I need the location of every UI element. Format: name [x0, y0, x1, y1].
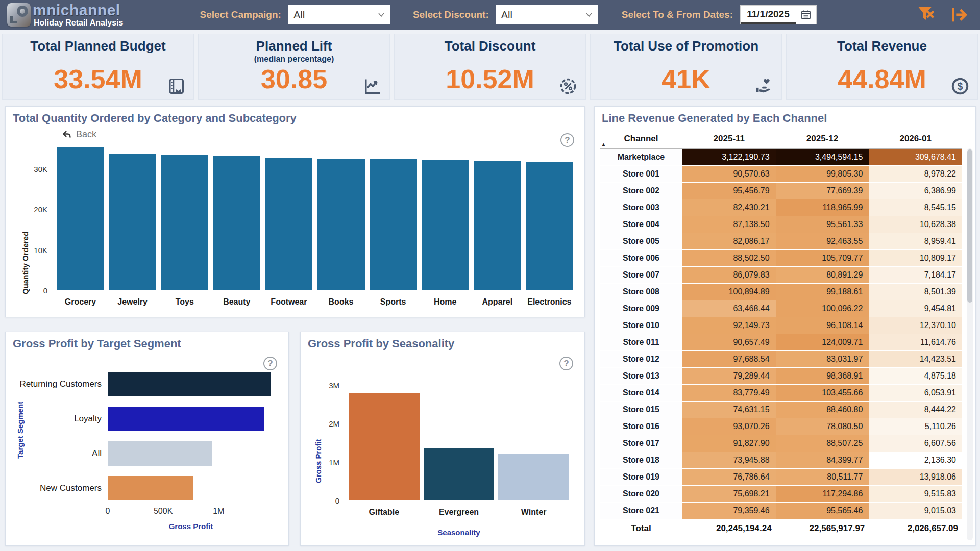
bar-evergreen[interactable] — [424, 448, 495, 500]
revenue-cell[interactable]: 8,501.39 — [869, 283, 962, 300]
revenue-cell[interactable]: 10,628.38 — [869, 216, 962, 233]
revenue-cell[interactable]: 90,570.63 — [682, 165, 776, 182]
column-header-2025-12[interactable]: 2025-12 — [776, 129, 869, 148]
revenue-cell[interactable]: 10,809.17 — [869, 249, 962, 266]
revenue-cell[interactable]: 9,515.83 — [869, 485, 962, 502]
date-input-value[interactable]: 11/1/2025 — [741, 6, 796, 24]
revenue-cell[interactable]: 2,136.30 — [869, 452, 962, 468]
channel-cell[interactable]: Store 019 — [600, 468, 682, 485]
revenue-cell[interactable]: 80,511.77 — [776, 468, 869, 485]
revenue-cell[interactable]: 11,614.76 — [869, 334, 962, 350]
revenue-cell[interactable]: 82,086.17 — [682, 233, 776, 249]
revenue-cell[interactable]: 76,786.64 — [682, 468, 776, 485]
channel-cell[interactable]: Store 011 — [600, 334, 682, 350]
channel-cell[interactable]: Store 003 — [600, 199, 682, 216]
channel-cell[interactable]: Store 018 — [600, 452, 682, 468]
bar-electronics[interactable] — [526, 162, 573, 290]
revenue-cell[interactable]: 3,122,190.73 — [682, 148, 776, 165]
navigate-forward-icon[interactable] — [949, 5, 970, 25]
revenue-cell[interactable]: 91,827.90 — [682, 435, 776, 452]
channel-cell[interactable]: Total — [600, 519, 682, 538]
revenue-cell[interactable]: 100,894.89 — [682, 283, 776, 300]
bar-home[interactable] — [422, 160, 469, 290]
bar-loyalty[interactable] — [108, 407, 264, 431]
revenue-cell[interactable]: 92,463.55 — [776, 233, 869, 249]
revenue-cell[interactable]: 7,184.17 — [869, 266, 962, 283]
revenue-cell[interactable]: 118,965.99 — [776, 199, 869, 216]
bar-grocery[interactable] — [57, 147, 104, 290]
channel-cell[interactable]: Store 009 — [600, 300, 682, 317]
revenue-cell[interactable]: 90,657.49 — [682, 334, 776, 350]
revenue-cell[interactable]: 14,423.51 — [869, 350, 962, 367]
revenue-cell[interactable]: 9,454.81 — [869, 300, 962, 317]
bar-books[interactable] — [317, 159, 364, 290]
clear-filter-icon[interactable] — [915, 4, 936, 26]
revenue-cell[interactable]: 2,026,657.09 — [869, 519, 962, 538]
revenue-cell[interactable]: 92,149.73 — [682, 317, 776, 334]
revenue-cell[interactable]: 88,460.80 — [776, 401, 869, 418]
revenue-cell[interactable]: 4,875.18 — [869, 367, 962, 384]
bar-toys[interactable] — [161, 155, 208, 290]
channel-cell[interactable]: Store 014 — [600, 384, 682, 401]
column-header-2026-01[interactable]: 2026-01 — [869, 129, 962, 148]
bar-giftable[interactable] — [349, 393, 420, 500]
revenue-cell[interactable]: 9,015.03 — [869, 502, 962, 519]
revenue-cell[interactable]: 97,688.54 — [682, 350, 776, 367]
channel-cell[interactable]: Store 002 — [600, 182, 682, 199]
revenue-cell[interactable]: 84,399.77 — [776, 452, 869, 468]
revenue-cell[interactable]: 77,669.39 — [776, 182, 869, 199]
bar-winter[interactable] — [498, 454, 569, 500]
channel-cell[interactable]: Store 020 — [600, 485, 682, 502]
revenue-cell[interactable]: 95,561.33 — [776, 216, 869, 233]
channel-cell[interactable]: Store 008 — [600, 283, 682, 300]
bar-apparel[interactable] — [474, 161, 521, 290]
revenue-cell[interactable]: 79,359.46 — [682, 502, 776, 519]
revenue-cell[interactable]: 100,096.22 — [776, 300, 869, 317]
bar-all[interactable] — [108, 441, 212, 466]
campaign-select[interactable]: All — [288, 5, 390, 24]
revenue-cell[interactable]: 83,031.97 — [776, 350, 869, 367]
revenue-cell[interactable]: 98,368.91 — [776, 367, 869, 384]
revenue-cell[interactable]: 8,978.22 — [869, 165, 962, 182]
scrollbar-thumb[interactable] — [967, 149, 972, 303]
bar-footwear[interactable] — [265, 158, 312, 290]
revenue-cell[interactable]: 93,070.26 — [682, 418, 776, 435]
revenue-cell[interactable]: 13,918.06 — [869, 468, 962, 485]
revenue-cell[interactable]: 8,545.15 — [869, 199, 962, 216]
revenue-cell[interactable]: 105,709.77 — [776, 249, 869, 266]
revenue-cell[interactable]: 8,444.22 — [869, 401, 962, 418]
bar-jewelry[interactable] — [109, 154, 156, 290]
revenue-cell[interactable]: 309,678.41 — [869, 148, 962, 165]
drill-back-button[interactable]: Back — [62, 129, 96, 140]
channel-cell[interactable]: Store 017 — [600, 435, 682, 452]
help-icon[interactable]: ? — [560, 133, 574, 147]
revenue-cell[interactable]: 103,455.66 — [776, 384, 869, 401]
revenue-cell[interactable]: 124,009.71 — [776, 334, 869, 350]
revenue-cell[interactable]: 96,108.14 — [776, 317, 869, 334]
revenue-cell[interactable]: 8,959.41 — [869, 233, 962, 249]
help-icon[interactable]: ? — [263, 357, 277, 370]
channel-cell[interactable]: Store 007 — [600, 266, 682, 283]
channel-cell[interactable]: Store 021 — [600, 502, 682, 519]
bar-beauty[interactable] — [213, 156, 260, 290]
revenue-cell[interactable]: 78,080.50 — [776, 418, 869, 435]
channel-cell[interactable]: Store 005 — [600, 233, 682, 249]
channel-cell[interactable]: Store 015 — [600, 401, 682, 418]
channel-cell[interactable]: Store 001 — [600, 165, 682, 182]
bar-returning-customers[interactable] — [108, 372, 271, 396]
channel-cell[interactable]: Marketplace — [600, 148, 682, 165]
revenue-cell[interactable]: 88,502.50 — [682, 249, 776, 266]
revenue-cell[interactable]: 80,891.29 — [776, 266, 869, 283]
revenue-cell[interactable]: 12,370.10 — [869, 317, 962, 334]
revenue-cell[interactable]: 117,294.86 — [776, 485, 869, 502]
column-header-2025-11[interactable]: 2025-11 — [682, 129, 776, 148]
bar-sports[interactable] — [370, 159, 417, 290]
revenue-cell[interactable]: 63,468.44 — [682, 300, 776, 317]
channel-cell[interactable]: Store 016 — [600, 418, 682, 435]
revenue-cell[interactable]: 83,779.49 — [682, 384, 776, 401]
date-input[interactable]: 11/1/2025 — [740, 5, 817, 24]
discount-select[interactable]: All — [496, 5, 598, 24]
revenue-cell[interactable]: 86,079.83 — [682, 266, 776, 283]
revenue-cell[interactable]: 87,138.50 — [682, 216, 776, 233]
revenue-cell[interactable]: 95,565.46 — [776, 502, 869, 519]
